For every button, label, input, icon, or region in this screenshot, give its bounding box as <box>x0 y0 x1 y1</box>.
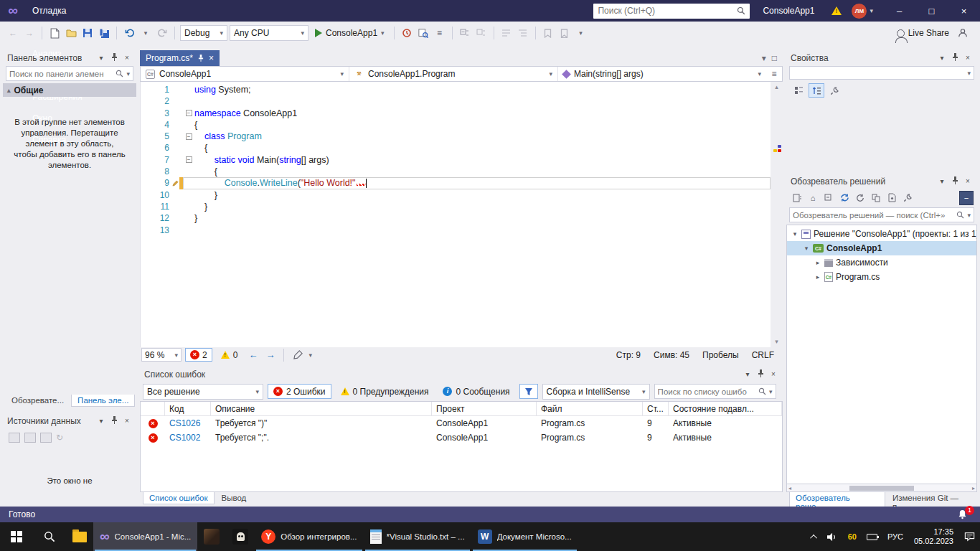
error-list-search-input[interactable] <box>658 387 755 396</box>
breakpoint-margin[interactable] <box>141 201 151 212</box>
solution-search-box[interactable]: ▾ <box>789 207 974 222</box>
fold-box[interactable]: − <box>186 133 192 140</box>
scope-dropdown[interactable]: Все решение▾ <box>143 384 263 400</box>
undo-icon[interactable] <box>122 26 136 40</box>
breakpoint-margin[interactable] <box>141 142 151 154</box>
breakpoint-margin[interactable] <box>141 131 151 142</box>
code-line-7[interactable]: 7− static void Main(string[] args) <box>141 154 771 166</box>
next-issue-icon[interactable]: → <box>263 349 277 360</box>
zoom-dropdown[interactable]: 96 %▾ <box>141 348 182 362</box>
pin-icon[interactable] <box>109 416 119 425</box>
taskbar-app-vs[interactable]: ∞ConsoleApp1 - Mic... <box>93 522 197 551</box>
breakpoint-margin[interactable] <box>141 95 151 107</box>
battery-icon[interactable] <box>862 522 882 551</box>
data-sources-header[interactable]: Источники данных ▾ × <box>3 413 136 428</box>
column-header-0[interactable]: Код <box>165 402 211 416</box>
breakpoint-margin[interactable] <box>141 154 151 166</box>
fold-collapse-icon[interactable]: − <box>183 154 194 166</box>
project-dropdown[interactable]: C# ConsoleApp1 ▾ <box>141 67 349 81</box>
start-button[interactable] <box>0 522 33 551</box>
error-code[interactable]: CS1026 <box>165 416 211 430</box>
property-pages-icon[interactable] <box>826 83 842 98</box>
eol-indicator[interactable]: CRLF <box>752 350 774 360</box>
tray-expand-chevron-icon[interactable] <box>807 522 822 551</box>
active-files-chevron-icon[interactable]: ▾ <box>762 53 766 63</box>
solution-platforms-icon[interactable]: ≡ <box>433 26 447 40</box>
code-line-9[interactable]: 9 Console.WriteLine("Hello World!" <box>141 177 771 189</box>
scroll-left-icon[interactable]: ◂ <box>788 485 791 491</box>
toolbox-header[interactable]: Панель элементов ▾ × <box>3 50 136 65</box>
quick-search-input[interactable] <box>598 6 737 16</box>
collapsed-chevron-icon[interactable]: ▸ <box>814 273 821 281</box>
column-header-2[interactable]: Проект <box>432 402 537 416</box>
scroll-right-icon[interactable]: ▸ <box>972 485 975 491</box>
minimize-button[interactable]: – <box>883 0 915 22</box>
previous-issue-icon[interactable]: ← <box>246 349 260 360</box>
avatar-chevron-icon[interactable]: ▾ <box>870 7 873 14</box>
toolbox-search-input[interactable] <box>9 70 113 78</box>
maximize-button[interactable]: □ <box>915 0 948 22</box>
error-list-search-box[interactable]: ▾ <box>654 384 776 399</box>
collapse-all-icon[interactable] <box>821 191 836 205</box>
scroll-up-icon[interactable]: ▴ <box>771 82 783 93</box>
home-icon[interactable]: ⌂ <box>806 191 820 205</box>
feedback-icon[interactable] <box>956 26 970 40</box>
language-indicator[interactable]: РУС <box>882 522 908 551</box>
configuration-dropdown[interactable]: Debug▾ <box>180 25 227 41</box>
taskbar-app-game1[interactable] <box>197 522 226 551</box>
redo-icon[interactable] <box>155 26 169 40</box>
search-options-chevron-icon[interactable]: ▾ <box>769 388 773 395</box>
breakpoint-margin[interactable] <box>141 108 151 119</box>
tray-percentage-badge[interactable]: 60 <box>843 522 862 551</box>
code-line-1[interactable]: 1using System; <box>141 84 771 95</box>
notifications-button[interactable]: 1 <box>958 509 971 519</box>
show-all-files-icon[interactable] <box>885 191 899 205</box>
taskbar-app-word[interactable]: WДокумент Microso... <box>471 522 578 551</box>
tree-item-1[interactable]: ▾C#ConsoleApp1 <box>787 241 976 255</box>
close-icon[interactable]: × <box>963 54 973 62</box>
bookmark-icon[interactable] <box>541 26 555 40</box>
error-code[interactable]: CS1002 <box>165 430 211 445</box>
breakpoint-margin[interactable] <box>141 166 151 177</box>
live-share-button[interactable]: Live Share <box>892 24 953 42</box>
search-options-chevron-icon[interactable]: ▾ <box>967 212 971 219</box>
code-line-11[interactable]: 11 } <box>141 201 771 212</box>
close-icon[interactable]: × <box>122 417 132 425</box>
refresh-icon[interactable] <box>853 191 867 205</box>
spaces-indicator[interactable]: Пробелы <box>702 350 739 360</box>
search-options-chevron-icon[interactable]: ▾ <box>126 70 130 77</box>
configure-data-source-icon[interactable] <box>40 433 52 443</box>
solution-horizontal-scrollbar[interactable]: ◂ ▸ <box>786 484 977 492</box>
left-dock-tab-0[interactable]: Обозревате... <box>6 395 70 406</box>
new-file-icon[interactable] <box>47 26 62 40</box>
object-selector-dropdown[interactable]: ▾ <box>789 66 974 80</box>
source-dropdown[interactable]: Сборка и IntelliSense▾ <box>542 384 650 400</box>
taskbar-app-explorer[interactable] <box>66 522 93 551</box>
vertical-scrollbar[interactable]: ▴ ▾ <box>771 82 783 347</box>
fold-box[interactable]: − <box>186 156 192 163</box>
quick-search-box[interactable] <box>593 4 750 19</box>
find-in-files-icon[interactable] <box>416 26 430 40</box>
breakpoint-margin[interactable] <box>141 177 151 189</box>
code-line-2[interactable]: 2 <box>141 95 771 107</box>
navigate-forward-icon[interactable]: → <box>22 26 37 40</box>
taskbar-search-button[interactable] <box>33 522 66 551</box>
close-icon[interactable]: × <box>963 177 973 185</box>
toolbox-group-general[interactable]: ▴ Общие <box>3 83 136 97</box>
nested-files-icon[interactable] <box>869 191 883 205</box>
split-view-icon[interactable]: ≡ <box>766 69 782 79</box>
code-line-4[interactable]: 4{ <box>141 119 771 131</box>
properties-wrench-icon[interactable] <box>900 191 915 205</box>
notifications-warning-icon[interactable] <box>831 6 842 15</box>
hot-reload-icon[interactable] <box>400 26 414 40</box>
collapsed-chevron-icon[interactable]: ▸ <box>814 259 821 266</box>
pin-icon[interactable] <box>755 369 765 379</box>
alphabetical-sort-icon[interactable] <box>809 83 824 98</box>
expanded-chevron-icon[interactable]: ▾ <box>803 245 810 252</box>
code-line-5[interactable]: 5− class Program <box>141 131 771 142</box>
breakpoint-margin[interactable] <box>141 225 151 236</box>
comment-icon[interactable] <box>499 26 514 40</box>
solution-search-input[interactable] <box>793 211 953 220</box>
scroll-down-icon[interactable]: ▾ <box>771 336 783 347</box>
close-icon[interactable]: × <box>122 54 132 62</box>
